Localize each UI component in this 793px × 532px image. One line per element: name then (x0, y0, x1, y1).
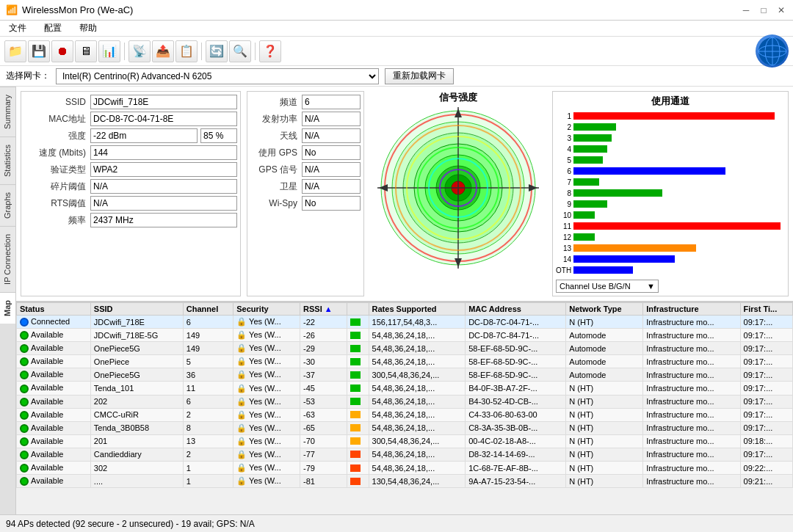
channel-use-dropdown[interactable]: Channel Use B/G/N ▼ (556, 280, 659, 293)
cell-mac: 1C-68-7E-AF-8B-... (466, 462, 566, 475)
channel-row: 9 (556, 199, 785, 209)
toolbar-export[interactable]: 📤 (152, 40, 174, 62)
cell-channel: 149 (183, 329, 233, 342)
cell-mac: 58-EF-68-5D-9C-... (466, 355, 566, 368)
cell-rssi-bar (347, 395, 369, 408)
strength-values: -22 dBm 85 % (90, 128, 237, 143)
table-row[interactable]: Available JDCwifi_718E-5G 149 🔒 Yes (W..… (17, 329, 793, 342)
table-row[interactable]: Available OnePiece 5 🔒 Yes (W... -30 54,… (17, 355, 793, 368)
cell-firsttime: 09:17:... (740, 316, 792, 329)
cell-nettype: Automode (566, 355, 643, 368)
channel-bar-container (573, 244, 785, 252)
channel-row: 10 (556, 210, 785, 220)
table-row[interactable]: Available 202 6 🔒 Yes (W... -53 54,48,36… (17, 395, 793, 408)
cell-ssid: CMCC-uRiR (90, 408, 183, 421)
channel-row: 7 (556, 177, 785, 187)
menu-config[interactable]: 配置 (41, 21, 65, 36)
toolbar-chart[interactable]: 📊 (98, 40, 120, 62)
toolbar-help[interactable]: ❓ (259, 40, 281, 62)
row-gps-use: 使用 GPS No (250, 145, 361, 160)
tab-ip-connection[interactable]: IP Connection (0, 226, 15, 292)
cell-mac: C4-33-06-80-63-00 (466, 408, 566, 421)
cell-nettype: Automode (566, 329, 643, 342)
lock-icon: 🔒 (236, 357, 247, 365)
info-panel: SSID JDCwifi_718E MAC地址 DC-D8-7C-04-71-8… (16, 87, 793, 302)
cell-channel: 149 (183, 342, 233, 355)
col-status: Status (17, 303, 91, 316)
title-bar-left: 📶 WirelessMon Pro (We-aC) (6, 4, 133, 15)
lock-icon: 🔒 (236, 343, 247, 352)
channel-number: 11 (556, 222, 573, 230)
ap-table-container[interactable]: Status SSID Channel Security RSSI ▲ Rate… (16, 302, 793, 514)
txpower-label: 发射功率 (250, 113, 302, 125)
cell-channel: 36 (183, 368, 233, 382)
menu-file[interactable]: 文件 (6, 21, 29, 36)
table-row[interactable]: Available 201 13 🔒 Yes (W... -70 300,54,… (17, 434, 793, 448)
cell-rates: 54,48,36,24,18,... (369, 355, 466, 368)
auth-label: 验证类型 (24, 164, 90, 176)
net-selector-label: 选择网卡： (6, 70, 50, 82)
toolbar-refresh[interactable]: 🔄 (206, 40, 228, 62)
cell-rssi-bar (347, 316, 369, 329)
maximize-button[interactable]: □ (758, 4, 770, 16)
table-row[interactable]: Available Candieddiary 2 🔒 Yes (W... -77… (17, 448, 793, 461)
toolbar-monitor[interactable]: 🖥 (75, 40, 97, 62)
channel-bar (573, 244, 696, 252)
close-button[interactable]: ✕ (775, 4, 787, 16)
channel-chart: 使用通道 1 2 3 4 5 6 7 (552, 91, 789, 296)
channel-bar-container (573, 156, 785, 164)
cell-firsttime: 09:17:... (740, 355, 792, 368)
table-row[interactable]: Available Tenda_3B0B58 8 🔒 Yes (W... -65… (17, 421, 793, 434)
tab-statistics[interactable]: Statistics (0, 136, 15, 184)
table-row[interactable]: Available 302 1 🔒 Yes (W... -79 54,48,36… (17, 462, 793, 475)
table-row[interactable]: Available CMCC-uRiR 2 🔒 Yes (W... -63 54… (17, 408, 793, 421)
cell-mac: D8-32-14-14-69-... (466, 448, 566, 461)
table-row[interactable]: Connected JDCwifi_718E 6 🔒 Yes (W... -22… (17, 316, 793, 329)
table-row[interactable]: Available Tenda_101 11 🔒 Yes (W... -45 5… (17, 382, 793, 395)
channel-bar-container (573, 178, 785, 186)
tab-summary[interactable]: Summary (0, 87, 15, 136)
rssi-bar (350, 371, 361, 379)
cell-status: Available (17, 342, 91, 355)
wispy-label: Wi-Spy (250, 198, 302, 208)
cell-rates: 54,48,36,24,18,... (369, 329, 466, 342)
table-row[interactable]: Available OnePiece5G 36 🔒 Yes (W... -37 … (17, 368, 793, 382)
toolbar-search[interactable]: 🔍 (229, 40, 251, 62)
toolbar-open[interactable]: 📁 (4, 40, 26, 62)
channel-bar (573, 112, 775, 120)
title-bar: 📶 WirelessMon Pro (We-aC) ─ □ ✕ (0, 0, 793, 21)
cell-infra: Infrastructure mo... (643, 462, 740, 475)
row-frag: 碎片阈值 N/A (24, 179, 237, 194)
net-adapter-dropdown[interactable]: Intel(R) Centrino(R) Advanced-N 6205 (56, 68, 379, 84)
row-satellite: 卫星 N/A (250, 179, 361, 194)
frag-value: N/A (90, 179, 237, 194)
toolbar-record[interactable]: ⏺ (51, 40, 73, 62)
channel-bar-container (573, 112, 785, 120)
tab-map[interactable]: Map (0, 292, 15, 324)
minimize-button[interactable]: ─ (740, 4, 752, 16)
row-rts: RTS阈值 N/A (24, 196, 237, 211)
row-gps-signal: GPS 信号 N/A (250, 162, 361, 177)
lock-icon: 🔒 (236, 330, 247, 339)
toolbar-clipboard[interactable]: 📋 (175, 40, 198, 62)
ssid-label: SSID (24, 97, 90, 107)
col-ssid: SSID (90, 303, 183, 316)
cell-status: Available (17, 395, 91, 408)
main-area: Summary Statistics Graphs IP Connection … (0, 87, 793, 514)
menu-help[interactable]: 帮助 (76, 21, 100, 36)
status-dot (20, 344, 29, 353)
cell-rssi-bar (347, 342, 369, 355)
cell-status: Available (17, 462, 91, 475)
toolbar-sep2 (201, 43, 202, 60)
table-row[interactable]: Available OnePiece5G 149 🔒 Yes (W... -29… (17, 342, 793, 355)
tab-graphs[interactable]: Graphs (0, 184, 15, 226)
cell-infra: Infrastructure mo... (643, 448, 740, 461)
table-row[interactable]: Available .... 1 🔒 Yes (W... -81 130,54,… (17, 475, 793, 488)
reload-adapter-button[interactable]: 重新加载网卡 (385, 68, 454, 84)
cell-rssi-bar (347, 329, 369, 342)
app-icon: 📶 (6, 4, 18, 15)
toolbar-save[interactable]: 💾 (28, 40, 50, 62)
toolbar-antenna[interactable]: 📡 (128, 40, 151, 62)
cell-infra: Infrastructure mo... (643, 382, 740, 395)
lock-icon: 🔒 (236, 370, 247, 379)
